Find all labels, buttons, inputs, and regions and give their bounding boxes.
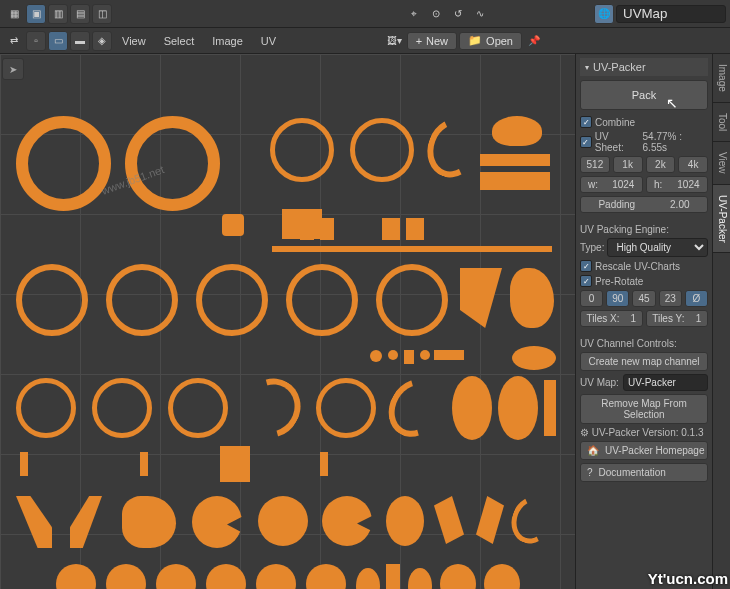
docs-label: Documentation xyxy=(599,467,666,478)
menu-view[interactable]: View xyxy=(114,32,154,50)
rescale-label: Rescale UV-Charts xyxy=(595,261,680,272)
type-label: Type: xyxy=(580,242,604,253)
editor-type-icon[interactable]: ▦ xyxy=(4,4,24,24)
new-button[interactable]: + New xyxy=(407,32,457,50)
tilesy-field[interactable]: Tiles Y:1 xyxy=(646,310,709,327)
combine-label: Combine xyxy=(595,117,635,128)
image-dropdown-icon[interactable]: 🖼▾ xyxy=(385,31,405,51)
magnet-icon[interactable]: ⊙ xyxy=(426,4,446,24)
tab-tool[interactable]: Tool xyxy=(713,103,730,142)
menu-uv[interactable]: UV xyxy=(253,32,284,50)
uvsheet-label: UV Sheet: xyxy=(595,131,640,153)
create-channel-button[interactable]: Create new map channel xyxy=(580,352,708,371)
rot-23[interactable]: 23 xyxy=(659,290,682,307)
new-label: New xyxy=(426,35,448,47)
uvmap-field-label: UV Map: xyxy=(580,377,620,388)
padding-field[interactable]: Padding2.00 xyxy=(580,196,708,213)
preset-512[interactable]: 512 xyxy=(580,156,610,173)
home-icon: 🏠 xyxy=(587,445,599,456)
sel-vert-icon[interactable]: ▫ xyxy=(26,31,46,51)
sync-icon[interactable]: ⇄ xyxy=(4,31,24,51)
uv-islands xyxy=(0,54,575,589)
mode-vertex-icon[interactable]: ▣ xyxy=(26,4,46,24)
menu-select[interactable]: Select xyxy=(156,32,203,50)
tab-uvpacker[interactable]: UV-Packer xyxy=(713,185,730,254)
n-panel: UV-Packer Pack ✓Combine ✓UV Sheet:54.77%… xyxy=(575,54,712,589)
channel-label: UV Channel Controls: xyxy=(580,338,677,349)
homepage-label: UV-Packer Homepage xyxy=(605,445,705,456)
combine-checkbox[interactable]: ✓ xyxy=(580,116,592,128)
rot-45[interactable]: 45 xyxy=(632,290,655,307)
uvsheet-stats: 54.77% : 6.55s xyxy=(643,131,708,153)
uvsheet-checkbox[interactable]: ✓ xyxy=(580,136,592,148)
tab-view[interactable]: View xyxy=(713,142,730,185)
pack-label: Pack xyxy=(632,89,656,101)
side-tab-strip: Image Tool View UV-Packer xyxy=(712,54,730,589)
main-area: ➤ xyxy=(0,54,730,589)
curve-icon[interactable]: ∿ xyxy=(470,4,490,24)
sticky-icon[interactable]: ◈ xyxy=(92,31,112,51)
rescale-checkbox[interactable]: ✓ xyxy=(580,260,592,272)
preset-2k[interactable]: 2k xyxy=(646,156,676,173)
menu-image[interactable]: Image xyxy=(204,32,251,50)
mode-edge-icon[interactable]: ▥ xyxy=(48,4,68,24)
uvmap-name-input[interactable] xyxy=(616,5,726,23)
mode-island-icon[interactable]: ◫ xyxy=(92,4,112,24)
height-field[interactable]: h:1024 xyxy=(646,176,709,193)
panel-title: UV-Packer xyxy=(593,61,646,73)
tab-image[interactable]: Image xyxy=(713,54,730,103)
preset-4k[interactable]: 4k xyxy=(678,156,708,173)
mode-face-icon[interactable]: ▤ xyxy=(70,4,90,24)
version-label: ⚙ UV-Packer Version: 0.1.3 xyxy=(580,427,704,438)
sel-face-icon[interactable]: ▬ xyxy=(70,31,90,51)
globe-icon[interactable]: 🌐 xyxy=(594,4,614,24)
open-button[interactable]: 📁 Open xyxy=(459,32,522,50)
tilesx-field[interactable]: Tiles X:1 xyxy=(580,310,643,327)
sel-edge-icon[interactable]: ▭ xyxy=(48,31,68,51)
help-icon: ? xyxy=(587,467,593,478)
pin-icon[interactable]: 📌 xyxy=(524,31,544,51)
watermark-right: Yt'ucn.com xyxy=(648,570,728,587)
preset-1k[interactable]: 1k xyxy=(613,156,643,173)
prerotate-label: Pre-Rotate xyxy=(595,276,643,287)
proportional-icon[interactable]: ↺ xyxy=(448,4,468,24)
rot-90[interactable]: 90 xyxy=(606,290,629,307)
rot-any[interactable]: Ø xyxy=(685,290,708,307)
snap-icon[interactable]: ⌖ xyxy=(404,4,424,24)
uv-canvas[interactable]: ➤ xyxy=(0,54,575,589)
header-bar: ▦ ▣ ▥ ▤ ◫ ⌖ ⊙ ↺ ∿ 🌐 xyxy=(0,0,730,28)
open-label: Open xyxy=(486,35,513,47)
width-field[interactable]: w:1024 xyxy=(580,176,643,193)
type-select[interactable]: High Quality xyxy=(607,238,708,257)
prerotate-checkbox[interactable]: ✓ xyxy=(580,275,592,287)
toolbar: ⇄ ▫ ▭ ▬ ◈ View Select Image UV 🖼▾ + New … xyxy=(0,28,730,54)
pack-button[interactable]: Pack xyxy=(580,80,708,110)
docs-button[interactable]: ?Documentation xyxy=(580,463,708,482)
remove-map-button[interactable]: Remove Map From Selection xyxy=(580,394,708,424)
engine-label: UV Packing Engine: xyxy=(580,224,669,235)
uvmap-name-field[interactable] xyxy=(623,374,708,391)
rot-0[interactable]: 0 xyxy=(580,290,603,307)
mouse-cursor-icon: ↖ xyxy=(666,95,678,111)
homepage-button[interactable]: 🏠UV-Packer Homepage xyxy=(580,441,708,460)
panel-header[interactable]: UV-Packer xyxy=(580,58,708,76)
